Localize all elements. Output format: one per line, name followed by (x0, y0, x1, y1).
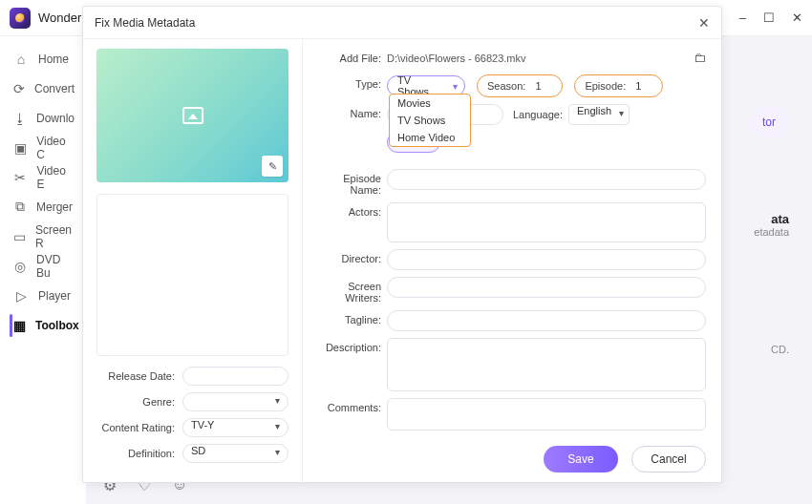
sidebar-item-label: Home (38, 52, 69, 66)
episode-field[interactable]: Episode:1 (574, 74, 663, 97)
type-option-tvshows[interactable]: TV Shows (390, 112, 470, 129)
language-select[interactable]: English (568, 104, 630, 125)
add-file-label: Add File: (318, 49, 387, 64)
sidebar-item-label: DVD Bu (36, 253, 73, 280)
definition-select[interactable]: SD (182, 444, 288, 463)
window-controls: – ☐ ✕ (739, 10, 802, 25)
sidebar-item-video-editor[interactable]: ✂Video E (0, 162, 86, 192)
description-label: Description: (318, 338, 387, 353)
sidebar-item-player[interactable]: ▷Player (0, 281, 86, 310)
sidebar-item-toolbox[interactable]: ▦Toolbox (0, 310, 86, 340)
bg-card: ata etadata (720, 212, 789, 258)
sidebar-item-dvd-burner[interactable]: ◎DVD Bu (0, 251, 86, 281)
type-label: Type: (318, 74, 387, 90)
actors-input[interactable] (387, 202, 706, 242)
fix-metadata-dialog: Fix Media Metadata ✕ ✎ Release Date: Gen… (82, 6, 722, 483)
definition-value: SD (191, 445, 205, 456)
language-label: Language: (513, 109, 563, 120)
actors-label: Actors: (318, 202, 387, 218)
sidebar-item-label: Convert (34, 82, 75, 95)
season-label: Season: (487, 80, 525, 92)
sidebar-item-label: Video E (36, 164, 73, 191)
season-value: 1 (535, 80, 552, 92)
edit-artwork-button[interactable]: ✎ (262, 156, 283, 177)
genre-select[interactable] (182, 392, 288, 411)
dialog-close-button[interactable]: ✕ (698, 15, 710, 31)
image-placeholder-icon (182, 107, 203, 124)
convert-icon: ⟳ (13, 81, 25, 96)
description-input[interactable] (387, 338, 706, 391)
sidebar: ⌂Home ⟳Convert ⭳Downlo ▣Video C ✂Video E… (0, 36, 86, 504)
screen-writers-input[interactable] (387, 277, 706, 298)
merge-icon: ⧉ (13, 199, 27, 215)
bg-card-sub: etadata (720, 226, 789, 238)
release-date-label: Release Date: (96, 370, 182, 382)
sidebar-item-home[interactable]: ⌂Home (0, 44, 86, 74)
sidebar-item-label: Screen R (35, 223, 73, 250)
episode-name-label: Episode Name: (318, 169, 387, 196)
artwork-thumbnail: ✎ (96, 49, 288, 182)
scissors-icon: ✂ (13, 170, 27, 185)
release-date-input[interactable] (182, 367, 288, 386)
maximize-button[interactable]: ☐ (763, 10, 775, 25)
definition-label: Definition: (96, 448, 182, 459)
sidebar-item-screen-recorder[interactable]: ▭Screen R (0, 221, 86, 251)
metadata-form: Add File: D:\video\Flowers - 66823.mkv 🗀… (303, 39, 721, 482)
type-dropdown: Movies TV Shows Home Video (389, 94, 471, 147)
save-button[interactable]: Save (544, 446, 618, 472)
season-field[interactable]: Season:1 (477, 74, 563, 97)
cancel-button[interactable]: Cancel (631, 446, 706, 472)
app-logo-icon (10, 8, 31, 29)
grid-icon: ▦ (13, 318, 26, 333)
episode-value: 1 (635, 80, 652, 92)
dialog-title: Fix Media Metadata (95, 16, 195, 30)
language-value: English (577, 105, 611, 116)
screen-writers-label: Screen Writers: (318, 277, 387, 304)
name-label: Name: (318, 104, 387, 119)
type-option-homevideo[interactable]: Home Video (390, 129, 470, 146)
compress-icon: ▣ (13, 140, 27, 156)
content-rating-value: TV-Y (191, 419, 214, 430)
app-title: Wonder (38, 10, 81, 25)
sidebar-item-merger[interactable]: ⧉Merger (0, 192, 86, 221)
director-input[interactable] (387, 249, 706, 270)
episode-label: Episode: (585, 80, 626, 92)
artwork-description-box (96, 194, 288, 356)
sidebar-item-downloader[interactable]: ⭳Downlo (0, 103, 86, 133)
minimize-button[interactable]: – (739, 10, 746, 25)
record-icon: ▭ (13, 229, 26, 244)
artwork-panel: ✎ Release Date: Genre: Content Rating:TV… (83, 39, 303, 482)
comments-label: Comments: (318, 398, 387, 413)
dialog-footer: Save Cancel (544, 446, 706, 472)
bg-chip: tor (749, 107, 789, 137)
sidebar-item-converter[interactable]: ⟳Convert (0, 74, 86, 103)
sidebar-item-label: Merger (36, 200, 73, 214)
sidebar-item-label: Video C (36, 135, 73, 161)
episode-name-input[interactable] (387, 169, 706, 190)
type-option-movies[interactable]: Movies (390, 94, 470, 112)
download-icon: ⭳ (13, 111, 27, 126)
bg-note: CD. (771, 344, 789, 355)
comments-input[interactable] (387, 398, 706, 430)
play-icon: ▷ (13, 288, 29, 304)
tagline-input[interactable] (387, 310, 706, 331)
browse-file-button[interactable]: 🗀 (694, 51, 706, 65)
director-label: Director: (318, 249, 387, 264)
sidebar-item-label: Toolbox (35, 319, 79, 332)
bg-card-title: ata (720, 212, 789, 226)
content-rating-label: Content Rating: (96, 422, 182, 433)
disc-icon: ◎ (13, 259, 27, 274)
close-window-button[interactable]: ✕ (792, 10, 802, 25)
file-path-text: D:\video\Flowers - 66823.mkv (387, 49, 526, 68)
sidebar-item-label: Player (38, 289, 71, 303)
sidebar-item-label: Downlo (36, 112, 75, 125)
genre-label: Genre: (96, 396, 182, 408)
home-icon: ⌂ (13, 52, 29, 67)
dialog-header: Fix Media Metadata ✕ (83, 7, 721, 39)
sidebar-item-video-compressor[interactable]: ▣Video C (0, 133, 86, 162)
content-rating-select[interactable]: TV-Y (182, 418, 288, 437)
tagline-label: Tagline: (318, 310, 387, 326)
